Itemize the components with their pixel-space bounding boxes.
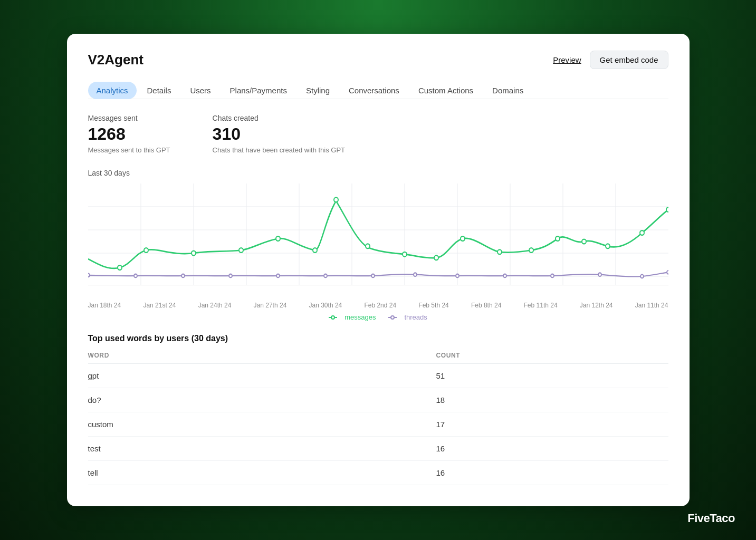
table-row: gpt 51 xyxy=(88,364,668,388)
embed-code-button[interactable]: Get embed code xyxy=(590,51,668,69)
count-cell: 18 xyxy=(436,388,668,412)
svg-point-33 xyxy=(134,274,137,278)
table-row: tell 16 xyxy=(88,461,668,485)
chart-svg xyxy=(88,184,668,300)
stats-row: Messages sent 1268 Messages sent to this… xyxy=(88,114,668,154)
svg-point-28 xyxy=(582,239,586,244)
x-label-6: Feb 5th 24 xyxy=(418,302,448,309)
svg-point-38 xyxy=(371,274,375,278)
messages-sent-value: 1268 xyxy=(88,124,170,144)
x-label-1: Jan 21st 24 xyxy=(143,302,176,309)
legend-messages: messages xyxy=(329,313,376,321)
chats-created-desc: Chats that have been created with this G… xyxy=(213,146,345,154)
svg-point-17 xyxy=(239,248,243,253)
svg-point-24 xyxy=(461,236,465,241)
x-label-10: Jan 11th 24 xyxy=(635,302,668,309)
word-cell: tell xyxy=(88,461,436,485)
messages-sent-label: Messages sent xyxy=(88,114,170,122)
svg-point-20 xyxy=(334,197,338,202)
svg-point-48 xyxy=(331,316,334,319)
svg-point-23 xyxy=(434,255,438,260)
svg-point-50 xyxy=(391,316,394,319)
chart-title: Last 30 days xyxy=(88,169,668,177)
x-label-8: Feb 11th 24 xyxy=(524,302,558,309)
header-actions: Preview Get embed code xyxy=(553,51,668,69)
legend-messages-label: messages xyxy=(344,313,376,321)
svg-point-41 xyxy=(503,274,506,278)
tab-users[interactable]: Users xyxy=(181,82,219,99)
fivetaco-brand: FiveTaco xyxy=(687,512,735,525)
word-cell: custom xyxy=(88,412,436,437)
svg-point-36 xyxy=(276,274,280,278)
svg-point-27 xyxy=(556,236,560,241)
chart-legend: messages threads xyxy=(88,313,668,321)
chats-created-value: 310 xyxy=(213,124,345,144)
preview-button[interactable]: Preview xyxy=(553,55,581,64)
word-cell: do? xyxy=(88,388,436,412)
x-label-0: Jan 18th 24 xyxy=(88,302,121,309)
nav-tabs: Analytics Details Users Plans/Payments S… xyxy=(88,82,668,99)
x-label-2: Jan 24th 24 xyxy=(198,302,232,309)
tab-custom-actions[interactable]: Custom Actions xyxy=(410,82,482,99)
count-cell: 16 xyxy=(436,437,668,461)
svg-point-15 xyxy=(144,248,148,253)
messages-sent-desc: Messages sent to this GPT xyxy=(88,146,170,154)
main-panel: V2Agent Preview Get embed code Analytics… xyxy=(67,34,690,506)
svg-point-34 xyxy=(181,274,185,278)
chart-section: Last 30 days xyxy=(88,169,668,321)
svg-point-39 xyxy=(414,273,417,276)
count-cell: 16 xyxy=(436,461,668,485)
tab-analytics[interactable]: Analytics xyxy=(88,82,137,99)
word-cell: gpt xyxy=(88,364,436,388)
svg-point-31 xyxy=(666,207,668,212)
svg-point-42 xyxy=(551,274,554,278)
x-label-3: Jan 27th 24 xyxy=(254,302,287,309)
tab-domains[interactable]: Domains xyxy=(484,82,532,99)
svg-point-30 xyxy=(640,230,644,235)
svg-point-29 xyxy=(606,244,610,248)
svg-point-35 xyxy=(229,274,232,278)
table-row: custom 17 xyxy=(88,412,668,437)
words-table: WORD COUNT gpt 51 do? 18 custom 17 test … xyxy=(88,352,668,485)
words-section: Top used words by users (30 days) WORD C… xyxy=(88,334,668,485)
chats-created-label: Chats created xyxy=(213,114,345,122)
table-row: do? 18 xyxy=(88,388,668,412)
tab-conversations[interactable]: Conversations xyxy=(340,82,408,99)
svg-point-43 xyxy=(598,273,601,276)
chats-created-stat: Chats created 310 Chats that have been c… xyxy=(213,114,345,154)
svg-point-25 xyxy=(497,249,502,254)
svg-point-32 xyxy=(88,274,90,277)
svg-point-16 xyxy=(192,251,196,256)
svg-point-26 xyxy=(529,248,533,253)
svg-point-44 xyxy=(640,275,644,278)
legend-threads: threads xyxy=(388,313,427,321)
col-header-word: WORD xyxy=(88,352,436,364)
chart-container xyxy=(88,184,668,300)
col-header-count: COUNT xyxy=(436,352,668,364)
word-cell: test xyxy=(88,437,436,461)
svg-point-18 xyxy=(276,236,280,241)
legend-threads-label: threads xyxy=(404,313,427,321)
app-title: V2Agent xyxy=(88,52,143,68)
x-label-7: Feb 8th 24 xyxy=(471,302,501,309)
words-section-title: Top used words by users (30 days) xyxy=(88,334,668,343)
page-header: V2Agent Preview Get embed code xyxy=(88,51,668,69)
tab-details[interactable]: Details xyxy=(139,82,180,99)
svg-point-45 xyxy=(667,271,668,274)
tab-styling[interactable]: Styling xyxy=(298,82,338,99)
count-cell: 51 xyxy=(436,364,668,388)
tab-plans-payments[interactable]: Plans/Payments xyxy=(222,82,295,99)
x-label-4: Jan 30th 24 xyxy=(309,302,342,309)
svg-point-21 xyxy=(366,244,370,248)
svg-point-37 xyxy=(324,274,327,278)
table-row: test 16 xyxy=(88,437,668,461)
svg-point-40 xyxy=(456,274,459,278)
messages-sent-stat: Messages sent 1268 Messages sent to this… xyxy=(88,114,170,154)
count-cell: 17 xyxy=(436,412,668,437)
svg-point-22 xyxy=(403,252,407,257)
svg-point-19 xyxy=(313,248,317,253)
x-label-9: Jan 12th 24 xyxy=(580,302,613,309)
svg-point-14 xyxy=(118,265,122,270)
x-label-5: Feb 2nd 24 xyxy=(364,302,396,309)
